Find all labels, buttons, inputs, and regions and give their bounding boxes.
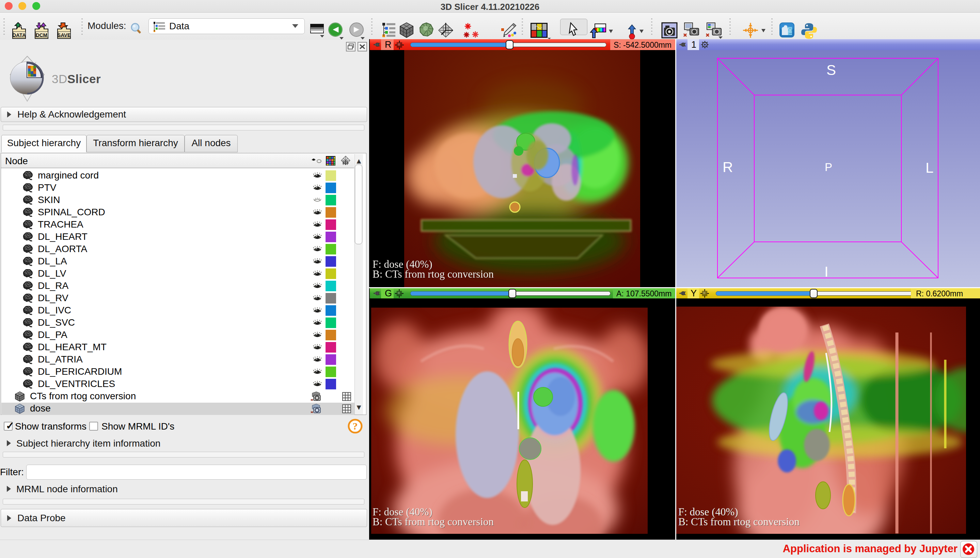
svg-text:L: L <box>926 160 933 176</box>
svg-text:DCM: DCM <box>36 32 47 38</box>
svg-text:P: P <box>825 161 832 173</box>
svg-text:I: I <box>825 264 828 280</box>
svg-text:SAVE: SAVE <box>57 32 71 38</box>
svg-text:R: R <box>723 159 733 175</box>
svg-text:S: S <box>826 62 836 78</box>
svg-text:?: ? <box>353 420 358 432</box>
svg-text:DATA: DATA <box>12 32 26 38</box>
